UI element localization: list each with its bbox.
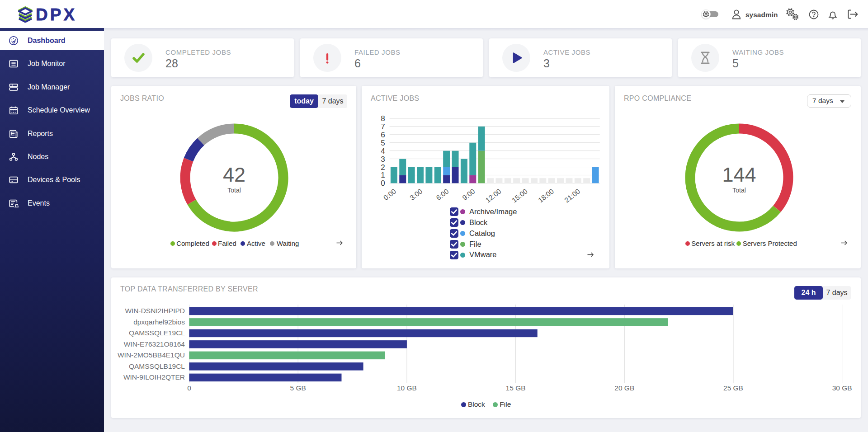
svg-text:30 GB: 30 GB — [832, 384, 852, 392]
svg-text:4: 4 — [381, 147, 385, 155]
svg-text:6:00: 6:00 — [434, 187, 450, 202]
svg-text:WIN-2MO5BB4E1QU: WIN-2MO5BB4E1QU — [118, 351, 185, 359]
svg-text:1: 1 — [381, 171, 385, 179]
svg-text:18:00: 18:00 — [537, 187, 555, 204]
svg-text:9:00: 9:00 — [461, 187, 476, 202]
svg-text:QAMSSQLB19CL: QAMSSQLB19CL — [129, 362, 185, 370]
svg-text:8: 8 — [381, 114, 385, 123]
svg-text:12:00: 12:00 — [484, 187, 503, 204]
svg-text:7: 7 — [381, 122, 385, 131]
svg-text:20 GB: 20 GB — [614, 384, 634, 392]
svg-text:21:00: 21:00 — [563, 187, 581, 204]
svg-text:WIN-E76321O8164: WIN-E76321O8164 — [124, 340, 185, 348]
svg-text:5: 5 — [381, 139, 385, 147]
svg-text:25 GB: 25 GB — [723, 384, 743, 392]
svg-text:dpxqarhel92bios: dpxqarhel92bios — [133, 318, 185, 326]
svg-text:10 GB: 10 GB — [397, 384, 417, 392]
svg-text:3: 3 — [381, 155, 385, 164]
svg-text:WIN-9ILOIH2QTER: WIN-9ILOIH2QTER — [123, 373, 185, 381]
svg-text:0:00: 0:00 — [382, 187, 398, 202]
svg-text:15:00: 15:00 — [510, 187, 529, 204]
svg-text:2: 2 — [381, 163, 385, 172]
svg-text:6: 6 — [381, 131, 385, 139]
svg-text:5 GB: 5 GB — [290, 384, 306, 392]
svg-text:3:00: 3:00 — [408, 187, 424, 202]
svg-text:QAMSSQLE19CL: QAMSSQLE19CL — [129, 329, 185, 337]
svg-text:WIN-DSNI2IHPIPD: WIN-DSNI2IHPIPD — [125, 307, 185, 315]
svg-text:15 GB: 15 GB — [506, 384, 526, 392]
svg-text:0: 0 — [187, 384, 191, 392]
svg-text:0: 0 — [381, 179, 385, 188]
